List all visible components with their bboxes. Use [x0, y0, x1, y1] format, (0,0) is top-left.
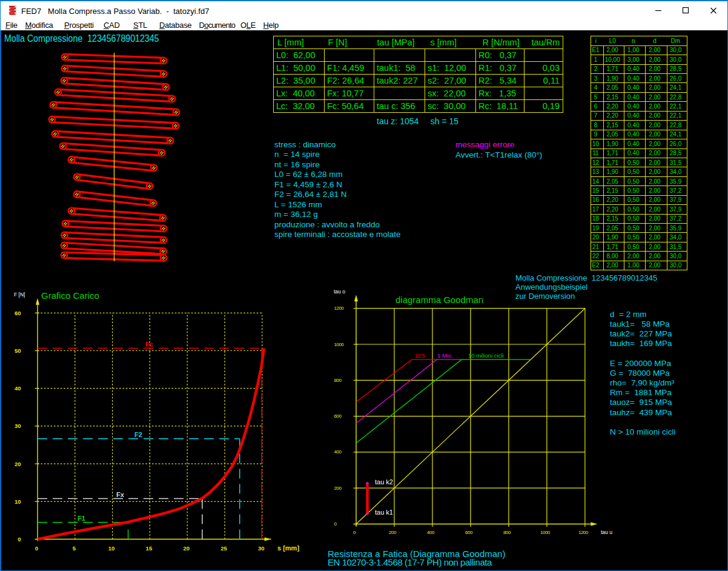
svg-text:10: 10 [108, 545, 115, 552]
svg-text:1200: 1200 [578, 530, 589, 535]
svg-text:0: 0 [18, 536, 21, 543]
svg-text:20: 20 [15, 461, 21, 467]
svg-text:Fc: Fc [145, 341, 153, 348]
svg-text:10 milioni cicli: 10 milioni cicli [468, 352, 504, 359]
svg-text:tau k2: tau k2 [375, 478, 393, 486]
svg-text:F2: F2 [134, 431, 142, 438]
svg-text:800: 800 [503, 530, 511, 535]
svg-text:F [N]: F [N] [14, 292, 25, 298]
svg-text:200: 200 [334, 486, 342, 491]
svg-text:1200: 1200 [334, 306, 345, 311]
svg-text:0: 0 [353, 530, 356, 535]
svg-text:5: 5 [73, 545, 76, 552]
svg-text:30: 30 [15, 422, 21, 429]
svg-text:1E5: 1E5 [415, 352, 425, 359]
svg-text:F1: F1 [78, 515, 85, 522]
svg-text:0: 0 [35, 545, 38, 552]
svg-text:1000: 1000 [540, 530, 551, 535]
svg-text:tau o: tau o [334, 289, 345, 295]
svg-text:50: 50 [15, 347, 21, 354]
svg-text:s [mm]: s [mm] [277, 544, 299, 552]
svg-text:10: 10 [15, 498, 21, 505]
svg-text:40: 40 [15, 385, 21, 392]
svg-text:600: 600 [465, 530, 473, 535]
svg-text:1 Mio.: 1 Mio. [437, 352, 453, 359]
svg-text:25: 25 [220, 545, 227, 552]
svg-text:200: 200 [389, 530, 397, 535]
svg-text:tau u: tau u [601, 529, 612, 535]
svg-text:20: 20 [183, 545, 190, 552]
svg-text:30: 30 [258, 545, 265, 552]
svg-text:60: 60 [15, 310, 21, 316]
svg-text:0: 0 [334, 521, 337, 527]
svg-text:400: 400 [334, 449, 342, 455]
svg-text:1000: 1000 [334, 342, 345, 347]
svg-text:Fx: Fx [116, 491, 125, 498]
svg-text:600: 600 [334, 413, 342, 419]
svg-text:15: 15 [146, 545, 153, 552]
svg-text:tau k1: tau k1 [375, 509, 393, 516]
svg-text:800: 800 [334, 378, 342, 383]
svg-text:400: 400 [427, 530, 435, 535]
